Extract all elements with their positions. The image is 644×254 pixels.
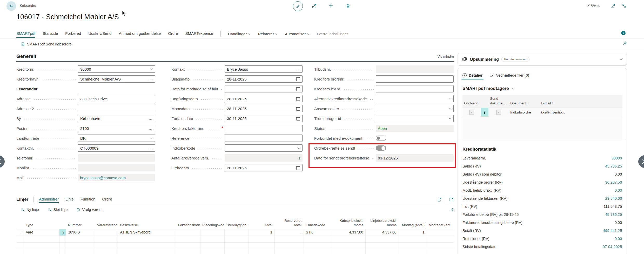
calendar-icon[interactable]	[296, 107, 300, 111]
col-modtag-antal[interactable]: Modtag (antal)	[399, 218, 427, 229]
cell-linjebeloeb[interactable]: 4.337,00	[365, 229, 399, 236]
edit-button[interactable]	[293, 1, 303, 11]
cell-dokument[interactable]: Indkøbsordre	[509, 108, 539, 117]
back-button[interactable]	[6, 1, 16, 11]
lines-tab-linje[interactable]: Linje	[65, 197, 74, 202]
fewer-settings-button[interactable]: Færre indstillinger	[317, 32, 348, 36]
chevron-down-icon[interactable]	[150, 68, 153, 71]
modtagelsesdato-input[interactable]	[225, 85, 303, 92]
godkend-checkbox[interactable]: ✓	[469, 110, 474, 115]
kreditors-fakturanr-input[interactable]	[225, 125, 303, 132]
col-modtaget-antal[interactable]: Modtaget (ant	[427, 218, 454, 229]
cell-enhedskode[interactable]: STK	[304, 229, 332, 236]
share-button[interactable]	[311, 3, 317, 9]
momsdato-input[interactable]: 28-11-2025	[225, 105, 303, 112]
cell-antal[interactable]: 1	[249, 229, 274, 236]
col-enhedskode[interactable]: Enhedskode	[304, 218, 332, 229]
calendar-icon[interactable]	[296, 87, 300, 91]
previous-record-button[interactable]	[0, 155, 5, 168]
new-button[interactable]	[328, 3, 334, 9]
cell-nummer[interactable]: 1896-S	[66, 229, 95, 236]
recipient-row[interactable]: ✓ ⋮ ✓ Indkøbsordre kks@inventio.it	[462, 108, 622, 117]
land-input[interactable]: DK	[78, 135, 155, 142]
chevron-down-icon[interactable]	[448, 97, 451, 100]
chevron-down-icon[interactable]	[150, 137, 153, 140]
row-select-arrow[interactable]: →	[16, 229, 24, 236]
row-menu-icon[interactable]: ⋮	[59, 229, 66, 236]
ellipsis-icon[interactable]: …	[149, 128, 153, 129]
menu-automatiser[interactable]: Automatiser	[285, 32, 310, 36]
send-dokument-checkbox[interactable]: ✓	[496, 110, 501, 115]
indkoeberkode-input[interactable]	[225, 144, 303, 152]
calendar-icon[interactable]	[296, 166, 300, 170]
col-koebspris[interactable]: Købspris ekskl. moms	[332, 218, 365, 229]
menu-handlinger[interactable]: Handlinger	[228, 32, 251, 36]
tab-vedhaeftede-filer[interactable]: Vedhæftede filer (0)	[490, 73, 529, 79]
kontakt-input[interactable]: Bryce Jasso…	[225, 65, 303, 73]
by-input[interactable]: København…	[78, 115, 155, 122]
cell-modtaget[interactable]	[427, 229, 454, 236]
col-linjebeloeb[interactable]: Linjebeløb ekskl. moms	[365, 218, 399, 229]
tab-startside[interactable]: Startside	[43, 31, 58, 37]
delete-button[interactable]	[345, 3, 351, 9]
cell-modtag[interactable]: 1	[399, 229, 427, 236]
tildelt-brugerid-input[interactable]	[376, 115, 454, 122]
reference-input[interactable]	[225, 135, 303, 142]
forfaldsdato-input[interactable]: 30-11-2025	[225, 115, 303, 122]
ordrebekraeftelse-toggle[interactable]	[376, 145, 386, 151]
col-beskrivelse[interactable]: Beskrivelse	[118, 218, 176, 229]
chevron-down-icon[interactable]	[448, 107, 451, 110]
lines-tab-administrer[interactable]: Administrer	[39, 197, 59, 202]
col-varereference[interactable]: Varereferenc...	[95, 218, 118, 229]
alt-kreditoradresse-input[interactable]	[376, 95, 454, 102]
antal-arkiverede-field[interactable]: 1	[225, 154, 303, 162]
kreditornr-input[interactable]: 30000	[78, 65, 155, 73]
pin-off-icon[interactable]	[450, 208, 454, 212]
adresse-input[interactable]: 33 Hitech Drive	[78, 95, 155, 102]
summary-card[interactable]: Opsummering Forhåndsversion	[458, 53, 627, 66]
calendar-icon[interactable]	[296, 117, 300, 121]
col-type[interactable]: Type	[24, 218, 59, 229]
col-nummer[interactable]: Nummer	[66, 218, 95, 229]
col-placeringskode[interactable]: Placeringskode	[200, 218, 224, 229]
col-antal[interactable]: Antal	[249, 218, 274, 229]
bilagsdato-input[interactable]: 28-11-2025	[225, 75, 303, 83]
chevron-down-icon[interactable]	[620, 58, 622, 61]
calendar-icon[interactable]	[296, 77, 300, 81]
col-lokationskode[interactable]: Lokationskode	[176, 218, 200, 229]
lines-tab-funktion[interactable]: Funktion	[81, 197, 96, 202]
kreditornavn-input[interactable]: Schmeichel Møbler A/S…	[78, 75, 155, 83]
smartpdf-send-action[interactable]: SMARTpdf Send købsordre	[21, 41, 72, 48]
kreditors-ordrenr-input[interactable]	[376, 75, 454, 83]
tab-detaljer[interactable]: i Detaljer	[462, 73, 482, 79]
cell-baeredygtighed[interactable]	[224, 229, 249, 236]
table-row-empty[interactable]	[16, 249, 454, 254]
next-record-button[interactable]	[638, 155, 644, 168]
chevron-down-icon[interactable]	[297, 147, 300, 150]
adresse2-input[interactable]	[78, 105, 155, 112]
table-row-empty[interactable]	[16, 242, 454, 249]
edokument-toggle[interactable]	[376, 136, 386, 141]
col-dokument[interactable]: Dokument ↑	[509, 95, 539, 108]
lines-share-button[interactable]	[437, 197, 442, 202]
col-send-dokument[interactable]: Send dokume...	[488, 95, 509, 108]
cell-placeringskode[interactable]	[200, 229, 224, 236]
postnr-input[interactable]: 2100…	[78, 125, 155, 132]
tab-udskriv-send[interactable]: Udskriv/Send	[88, 31, 111, 37]
menu-relateret[interactable]: Relateret	[258, 32, 278, 36]
new-line-button[interactable]: Ny linje	[21, 208, 39, 212]
ansvarscenter-input[interactable]	[376, 105, 454, 112]
cell-varereference[interactable]	[95, 229, 118, 236]
delete-line-button[interactable]: Slet linje	[48, 208, 68, 212]
chevron-down-icon[interactable]	[448, 117, 451, 120]
mail-field[interactable]: bryce.jasso@contoso.com	[78, 174, 155, 181]
col-godkend[interactable]: Godkend	[462, 95, 481, 108]
pin-icon[interactable]	[623, 41, 627, 45]
popout-window-button[interactable]	[610, 3, 616, 9]
table-row-empty[interactable]	[16, 236, 454, 242]
collapse-window-button[interactable]	[621, 3, 627, 9]
tab-smartpdf[interactable]: SMARTpdf	[16, 31, 35, 37]
col-baeredygtighed[interactable]: Bæredygtigh...	[224, 218, 249, 229]
cell-type[interactable]: Vare	[24, 229, 59, 236]
info-icon[interactable]: i	[621, 31, 626, 35]
